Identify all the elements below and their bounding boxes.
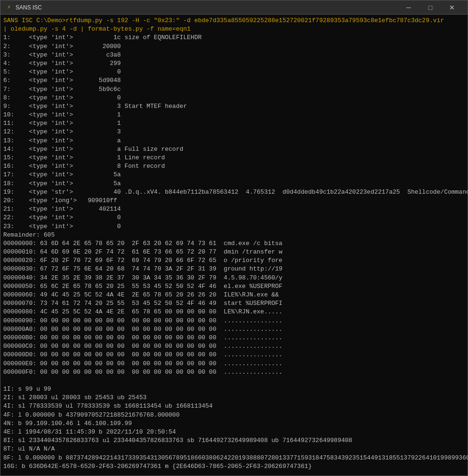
terminal-line: 000000D0: 00 00 00 00 00 00 00 00 00 00 … (3, 351, 465, 359)
terminal-line: 7: <type 'int'> 5b9c6c (3, 85, 465, 94)
terminal-line: 00000030: 67 72 6F 75 6E 64 20 68 74 74 … (3, 265, 465, 273)
terminal-line: 16G: b 636D642E-6578-6520-2F63-206269747… (3, 462, 465, 471)
terminal-line: 4I: sl 778333539 ul 778333539 sb 1668113… (3, 402, 465, 410)
terminal-content: 1: <type 'int'> 1c size of EQNOLEFILEHDR… (3, 33, 465, 476)
terminal-line: 1: <type 'int'> 1c size of EQNOLEFILEHDR (3, 33, 465, 42)
terminal-line: 000000E0: 00 00 00 00 00 00 00 00 00 00 … (3, 360, 465, 368)
terminal-line: 000000F0: 00 00 00 00 00 00 00 00 00 00 … (3, 368, 465, 377)
terminal-line: 00000080: 4C 45 25 5C 52 4A 4E 2E 65 78 … (3, 308, 465, 316)
terminal-line: 00000090: 00 00 00 00 00 00 00 00 00 00 … (3, 317, 465, 325)
terminal-line: 000000A0: 00 00 00 00 00 00 00 00 00 00 … (3, 325, 465, 334)
terminal-line: 2I: sl 28003 ul 28003 sb 25453 ub 25453 (3, 394, 465, 402)
terminal-line: 9: <type 'int'> 3 Start MTEF header (3, 102, 465, 111)
terminal-line: 00000020: 6F 20 2F 70 72 69 6F 72 69 74 … (3, 256, 465, 265)
terminal-line: 22: <type 'int'> 0 (3, 213, 465, 222)
terminal-line: 2: <type 'int'> 20000 (3, 42, 465, 51)
terminal-line: Remainder: 605 (3, 231, 465, 239)
window-icon: ⚡ (5, 4, 13, 11)
terminal-line: 10: <type 'int'> 1 (3, 111, 465, 119)
terminal-line: 00000060: 49 4C 45 25 5C 52 4A 4E 2E 65 … (3, 291, 465, 299)
terminal-line: 00000070: 73 74 61 72 74 20 25 55 53 45 … (3, 299, 465, 308)
close-button[interactable]: ✕ (441, 0, 463, 15)
terminal-line: 00000000: 63 6D 64 2E 65 78 65 20 2F 63 … (3, 239, 465, 248)
terminal-line (3, 377, 465, 385)
terminal-output[interactable]: SANS ISC C:\Demo>rtfdump.py -s 192 -H -c… (0, 15, 468, 476)
minimize-button[interactable]: ─ (398, 0, 420, 15)
terminal-line: 00000050: 65 6C 2E 65 78 65 20 25 55 53 … (3, 282, 465, 291)
terminal-line: 20: <type 'long'> 909010ff (3, 197, 465, 205)
terminal-line: 12: <type 'int'> 3 (3, 128, 465, 136)
window-title: SANS ISC (16, 4, 398, 11)
terminal-line: 8F: l 0.000000 b 88737428942214317339354… (3, 454, 465, 462)
terminal-line: 3: <type 'int'> c3a8 (3, 51, 465, 59)
terminal-line: 16: <type 'int'> 8 Font record (3, 162, 465, 171)
terminal-line: 00000040: 34 2E 35 2E 39 38 2E 37 30 3A … (3, 274, 465, 282)
title-bar: ⚡ SANS ISC ─ □ ✕ (0, 0, 468, 15)
terminal-line: 17: <type 'int'> 5a (3, 171, 465, 179)
command-line-2: | oledump.py -s 4 -d | format-bytes.py -… (3, 25, 465, 33)
terminal-line: 23: <type 'int'> 0 (3, 222, 465, 231)
terminal-line: 8: <type 'int'> 0 (3, 94, 465, 102)
terminal-line: 4F: l 0.000000 b 43790970527218852167676… (3, 411, 465, 419)
terminal-line: 8T: ul N/A N/A (3, 445, 465, 453)
terminal-line: 18: <type 'int'> 5a (3, 180, 465, 188)
terminal-line: 11: <type 'int'> 1 (3, 119, 465, 128)
terminal-line: 6: <type 'int'> 5d9048 (3, 76, 465, 85)
terminal-line: 8I: sl 2334404357826833763 ul 2334404357… (3, 436, 465, 445)
terminal-line: 13: <type 'int'> a (3, 137, 465, 145)
terminal-line (3, 471, 465, 476)
terminal-line: 15: <type 'int'> 1 Line record (3, 154, 465, 162)
window-controls: ─ □ ✕ (398, 0, 463, 15)
terminal-line: 4N: b 99.109.100.46 l 46.100.109.99 (3, 419, 465, 428)
terminal-line: 000000C0: 00 00 00 00 00 00 00 00 00 00 … (3, 342, 465, 351)
terminal-line: 1I: s 99 u 99 (3, 385, 465, 394)
terminal-line: 14: <type 'int'> a Full size record (3, 145, 465, 154)
maximize-button[interactable]: □ (420, 0, 441, 15)
terminal-line: 00000010: 64 6D 69 6E 20 2F 74 72 61 6E … (3, 248, 465, 256)
terminal-line: 5: <type 'int'> 0 (3, 68, 465, 76)
terminal-line: 19: <type 'str'> 40 .D.q..xV4. b844eb711… (3, 188, 465, 197)
terminal-line: 4E: l 1994/08/31 11:45:39 b 2022/11/10 2… (3, 428, 465, 436)
terminal-line: 4: <type 'int'> 299 (3, 59, 465, 68)
terminal-line: 000000B0: 00 00 00 00 00 00 00 00 00 00 … (3, 334, 465, 342)
command-line-1: SANS ISC C:\Demo>rtfdump.py -s 192 -H -c… (3, 16, 465, 25)
main-window: ⚡ SANS ISC ─ □ ✕ SANS ISC C:\Demo>rtfdum… (0, 0, 468, 476)
terminal-line: 21: <type 'int'> 402114 (3, 205, 465, 213)
